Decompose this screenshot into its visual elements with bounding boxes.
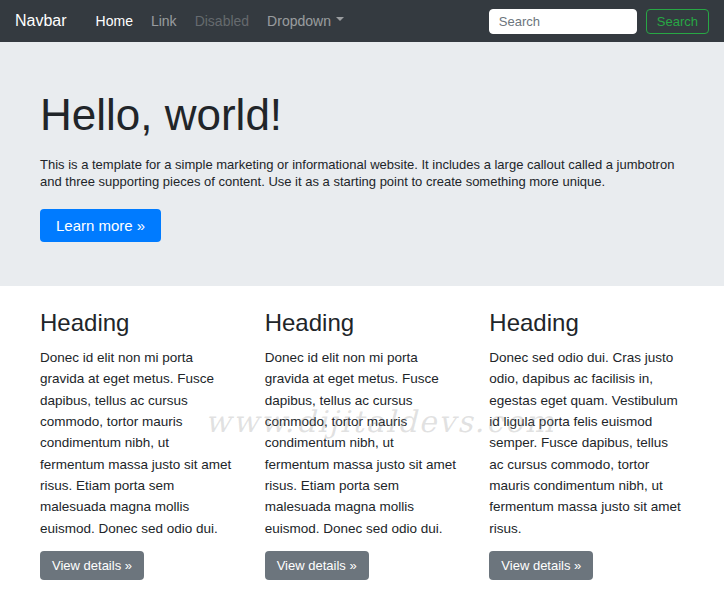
navbar: Navbar Home Link Disabled Dropdown Searc… <box>0 0 724 42</box>
navbar-brand[interactable]: Navbar <box>15 12 67 30</box>
content-column-1: Heading Donec id elit non mi porta gravi… <box>25 309 250 580</box>
column-heading: Heading <box>489 309 684 337</box>
jumbotron: Hello, world! This is a template for a s… <box>0 42 724 286</box>
column-text: Donec sed odio dui. Cras justo odio, dap… <box>489 347 684 539</box>
navbar-nav: Home Link Disabled Dropdown <box>87 13 353 29</box>
content-column-2: Heading Donec id elit non mi porta gravi… <box>250 309 475 580</box>
content-row: Heading Donec id elit non mi porta gravi… <box>25 309 699 580</box>
search-input[interactable] <box>489 9 637 34</box>
nav-item-dropdown[interactable]: Dropdown <box>258 13 353 29</box>
column-text: Donec id elit non mi porta gravida at eg… <box>265 347 460 539</box>
search-form: Search <box>489 9 709 34</box>
column-text: Donec id elit non mi porta gravida at eg… <box>40 347 235 539</box>
nav-item-home[interactable]: Home <box>87 13 142 29</box>
nav-item-disabled: Disabled <box>186 13 258 29</box>
dropdown-label: Dropdown <box>267 13 331 29</box>
page: Navbar Home Link Disabled Dropdown Searc… <box>0 0 724 594</box>
jumbotron-lead: This is a template for a simple marketin… <box>40 156 684 190</box>
view-details-button-2[interactable]: View details » <box>265 551 369 580</box>
search-button[interactable]: Search <box>646 9 709 34</box>
caret-down-icon <box>336 17 344 25</box>
column-heading: Heading <box>265 309 460 337</box>
column-heading: Heading <box>40 309 235 337</box>
view-details-button-3[interactable]: View details » <box>489 551 593 580</box>
content: Heading Donec id elit non mi porta gravi… <box>0 309 724 594</box>
content-column-3: Heading Donec sed odio dui. Cras justo o… <box>474 309 699 580</box>
view-details-button-1[interactable]: View details » <box>40 551 144 580</box>
nav-item-link[interactable]: Link <box>142 13 186 29</box>
jumbotron-title: Hello, world! <box>40 90 684 141</box>
learn-more-button[interactable]: Learn more » <box>40 209 161 242</box>
